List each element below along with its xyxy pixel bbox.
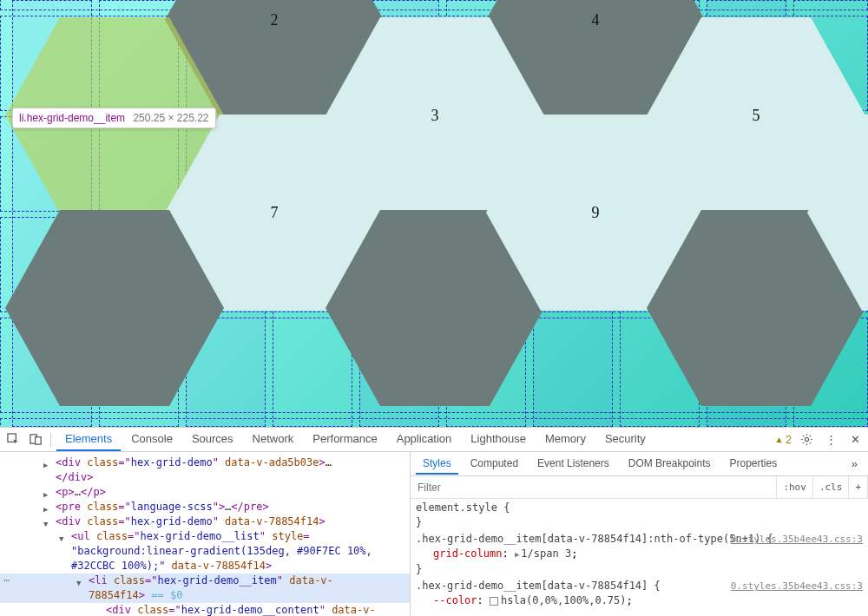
css-rule[interactable]: element.style {} — [416, 501, 863, 530]
new-rule-button[interactable]: + — [849, 476, 868, 498]
rule-source-link[interactable]: 0.styles.35b4ee43.css:3 — [731, 532, 863, 547]
css-rule[interactable]: 0.styles.35b4ee43.css:3.hex-grid-demo__i… — [416, 579, 863, 608]
warning-icon: ▲ — [774, 435, 783, 444]
tab-performance[interactable]: Performance — [304, 428, 385, 451]
styles-filter-input[interactable] — [411, 482, 776, 494]
hex-label: 5 — [753, 107, 760, 125]
svg-rect-2 — [35, 437, 41, 444]
subtab-dom-breakpoints[interactable]: DOM Breakpoints — [621, 454, 718, 475]
devtools-panel: Elements Console Sources Network Perform… — [0, 427, 868, 616]
styles-pane: Styles Computed Event Listeners DOM Brea… — [410, 452, 868, 616]
device-toolbar-icon[interactable] — [26, 430, 45, 449]
dom-tree-line[interactable]: ▶<div class="hex-grid-demo" data-v-ada5b… — [0, 455, 410, 470]
more-icon[interactable]: ⋮ — [821, 430, 840, 449]
tab-memory[interactable]: Memory — [536, 428, 595, 451]
subtab-more-icon[interactable]: » — [846, 454, 863, 474]
rule-source-link[interactable]: 0.styles.35b4ee43.css:3 — [731, 579, 863, 593]
hex-label: 2 — [271, 11, 279, 29]
hex-label: 3 — [431, 107, 439, 125]
dom-tree-line[interactable]: <div class="hex-grid-demo__content" data… — [0, 603, 410, 616]
warning-count[interactable]: ▲2 — [774, 434, 792, 446]
inspect-selector: li.hex-grid-demo__item — [19, 112, 125, 124]
styles-rules-body[interactable]: element.style {}0.styles.35b4ee43.css:3.… — [411, 499, 868, 616]
inspect-element-icon[interactable] — [3, 430, 23, 449]
subtab-styles[interactable]: Styles — [416, 454, 458, 475]
dom-tree-line[interactable]: ▼<div class="hex-grid-demo" data-v-78854… — [0, 514, 410, 529]
close-icon[interactable]: ✕ — [845, 430, 865, 449]
cls-toggle[interactable]: .cls — [813, 476, 850, 498]
hex-label: 4 — [592, 11, 600, 29]
settings-icon[interactable] — [797, 430, 816, 449]
dom-tree-pane[interactable]: ▶<div class="hex-grid-demo" data-v-ada5b… — [0, 452, 410, 616]
dom-tree-line[interactable]: ▶<p>…</p> — [0, 485, 410, 500]
tab-network[interactable]: Network — [244, 428, 303, 451]
tab-application[interactable]: Application — [388, 428, 461, 451]
styles-subtabs: Styles Computed Event Listeners DOM Brea… — [411, 452, 868, 476]
toolbar-separator — [50, 433, 51, 447]
devtools-toolbar: Elements Console Sources Network Perform… — [0, 428, 868, 452]
tab-lighthouse[interactable]: Lighthouse — [462, 428, 535, 451]
dom-tree-line[interactable]: 78854f14> == $0 — [0, 588, 410, 603]
hov-toggle[interactable]: :hov — [777, 476, 813, 498]
devtools-main-tabs: Elements Console Sources Network Perform… — [56, 428, 654, 451]
styles-filter-row: :hov .cls + — [411, 476, 868, 499]
subtab-properties[interactable]: Properties — [722, 454, 784, 475]
dom-tree-line[interactable]: ▼<ul class="hex-grid-demo__list" style= — [0, 529, 410, 544]
tab-elements[interactable]: Elements — [56, 428, 121, 451]
inspect-dimensions: 250.25 × 225.22 — [133, 112, 208, 124]
hex-label: 9 — [592, 204, 600, 222]
dom-tree-line[interactable]: ▶<pre class="language-scss">…</pre> — [0, 500, 410, 514]
tab-security[interactable]: Security — [596, 428, 654, 451]
tab-console[interactable]: Console — [122, 428, 181, 451]
devtools-panes: ▶<div class="hex-grid-demo" data-v-ada5b… — [0, 452, 868, 616]
css-rule[interactable]: 0.styles.35b4ee43.css:3.hex-grid-demo__i… — [416, 532, 863, 577]
hex-label: 7 — [271, 204, 279, 222]
dom-tree-line[interactable]: "background:linear-gradient(135deg, #90F… — [0, 544, 410, 559]
svg-point-3 — [805, 437, 808, 441]
subtab-computed[interactable]: Computed — [464, 454, 525, 475]
hex-grid-list: 2 4 3 5 1 7 9 — [0, 0, 868, 427]
dom-tree-line[interactable]: </div> — [0, 470, 410, 485]
css-declaration[interactable]: grid-column: ▶1/span 3; — [416, 547, 863, 562]
css-declaration[interactable]: --color: hsla(0,0%,100%,0.75); — [416, 593, 863, 608]
rendered-page: 2 4 3 5 1 7 9 li.hex-grid-demo__item 250… — [0, 0, 868, 427]
dom-tree-line[interactable]: ▼<li class="hex-grid-demo__item" data-v- — [0, 573, 410, 588]
tab-sources[interactable]: Sources — [183, 428, 242, 451]
subtab-event-listeners[interactable]: Event Listeners — [530, 454, 616, 475]
inspect-tooltip: li.hex-grid-demo__item 250.25 × 225.22 — [12, 108, 216, 128]
dom-tree-line[interactable]: #32CCBC 100%);" data-v-78854f14> — [0, 559, 410, 573]
